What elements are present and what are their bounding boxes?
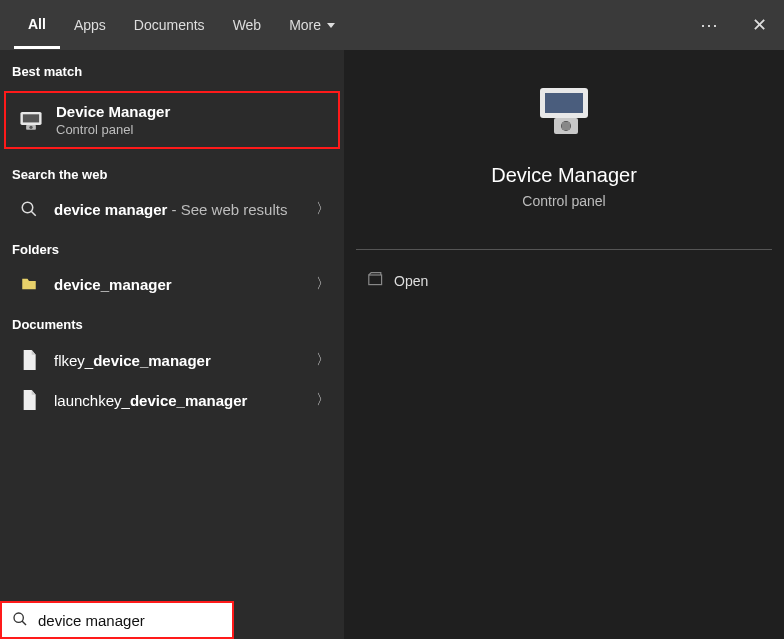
open-icon [368,272,394,289]
tab-label: Documents [134,17,205,33]
ellipsis-icon: ⋯ [700,15,718,35]
section-search-web: Search the web [0,153,344,190]
svg-rect-11 [369,275,382,285]
document-icon [14,390,44,410]
preview-title: Device Manager [491,164,637,187]
tab-more-label: More [289,17,321,33]
section-folders: Folders [0,228,344,265]
section-best-match: Best match [0,50,344,87]
search-icon [14,200,44,218]
web-result[interactable]: device manager - See web results 〉 [0,190,344,228]
preview-actions: Open [344,250,784,311]
best-match-subtitle: Control panel [56,122,328,137]
document-icon [14,350,44,370]
more-options-button[interactable]: ⋯ [684,0,734,50]
chevron-down-icon [327,23,335,28]
tab-label: Apps [74,17,106,33]
chevron-right-icon: 〉 [308,200,330,218]
tab-label: Web [233,17,262,33]
folder-icon [14,275,44,293]
search-bar[interactable] [0,601,234,639]
action-open[interactable]: Open [354,260,774,301]
results-panel: Best match Device Manager Control panel … [0,50,344,639]
tab-apps[interactable]: Apps [60,3,120,47]
svg-line-5 [31,211,36,216]
search-icon [12,611,28,630]
body: Best match Device Manager Control panel … [0,50,784,639]
folder-result[interactable]: device_manager 〉 [0,265,344,303]
chevron-right-icon: 〉 [308,391,330,409]
tab-web[interactable]: Web [219,3,276,47]
document-result[interactable]: flkey_device_manager 〉 [0,340,344,380]
preview-subtitle: Control panel [522,193,605,209]
svg-rect-10 [562,122,570,130]
search-window: All Apps Documents Web More ⋯ ✕ Best mat… [0,0,784,639]
tab-label: All [28,16,46,32]
document-name: launchkey_device_manager [54,392,308,409]
close-button[interactable]: ✕ [734,0,784,50]
tab-bar: All Apps Documents Web More ⋯ ✕ [0,0,784,50]
chevron-right-icon: 〉 [308,275,330,293]
svg-point-12 [14,613,23,622]
search-input[interactable] [38,612,228,629]
preview-header: Device Manager Control panel [344,50,784,229]
close-icon: ✕ [752,15,767,35]
document-result[interactable]: launchkey_device_manager 〉 [0,380,344,420]
best-match-result[interactable]: Device Manager Control panel [4,91,340,149]
preview-panel: Device Manager Control panel Open [344,50,784,639]
svg-point-4 [22,202,33,213]
section-documents: Documents [0,303,344,340]
svg-point-3 [29,126,32,129]
svg-rect-1 [23,114,39,122]
web-result-text: device manager - See web results [54,201,308,218]
document-name: flkey_device_manager [54,352,308,369]
chevron-right-icon: 〉 [308,351,330,369]
device-manager-large-icon [532,80,596,144]
best-match-title: Device Manager [56,103,328,120]
tab-documents[interactable]: Documents [120,3,219,47]
tab-more[interactable]: More [275,3,349,47]
action-label: Open [394,273,428,289]
svg-rect-7 [545,93,583,113]
svg-line-13 [22,621,26,625]
device-manager-icon [16,107,46,133]
tab-all[interactable]: All [14,2,60,49]
folder-name: device_manager [54,276,308,293]
